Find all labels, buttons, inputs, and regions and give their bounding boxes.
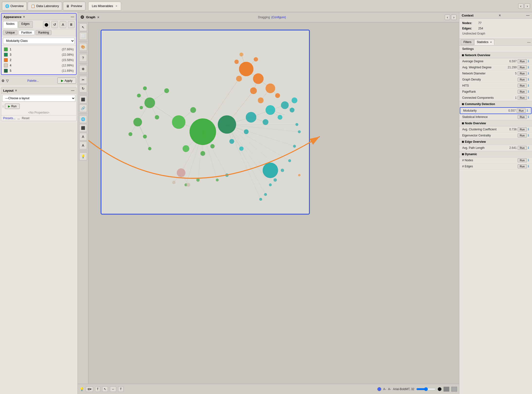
apply-button[interactable]: ▶ Apply bbox=[57, 78, 76, 84]
dynamic-nodes-info[interactable]: ℹ bbox=[528, 158, 529, 162]
graph-density-info[interactable]: ℹ bbox=[528, 78, 529, 81]
node-tool[interactable]: ⬛ bbox=[79, 96, 87, 103]
layout-close[interactable]: × bbox=[15, 89, 17, 92]
text-btn[interactable]: T bbox=[95, 386, 100, 392]
filter-icon[interactable]: ⚙ bbox=[1, 79, 5, 83]
font-size-tool[interactable]: A bbox=[79, 133, 87, 141]
appearance-close[interactable]: × bbox=[23, 15, 25, 19]
select-tool[interactable]: ↖ bbox=[79, 23, 87, 31]
edges-tab[interactable]: Edges bbox=[18, 21, 33, 28]
avg-path-run[interactable]: Run bbox=[518, 146, 527, 150]
community-toggle[interactable]: ▣ bbox=[462, 103, 464, 105]
layout-dropdown[interactable]: ---Choose a layout bbox=[2, 95, 75, 102]
eigenvector-run[interactable]: Run bbox=[518, 134, 527, 137]
partition-tab[interactable]: Partition bbox=[18, 30, 35, 35]
tab-preview[interactable]: 🖥 Preview bbox=[63, 2, 85, 10]
select-rect-tool[interactable]: ⬜ bbox=[79, 32, 87, 40]
nav-next[interactable]: › bbox=[524, 3, 530, 9]
network-diameter-info[interactable]: ℹ bbox=[528, 72, 529, 75]
document-tab[interactable]: Les Miserables × bbox=[88, 2, 121, 10]
text2-btn[interactable]: T bbox=[118, 386, 123, 392]
avg-degree-run[interactable]: Run bbox=[518, 59, 527, 63]
bulb-bottom-icon[interactable]: 💡 bbox=[80, 387, 84, 391]
modularity-class-dropdown[interactable]: Modularity Class bbox=[3, 38, 75, 44]
funnel-icon[interactable]: ▽ bbox=[6, 79, 9, 83]
graph-density-run[interactable]: Run bbox=[518, 78, 527, 81]
magnet-tool[interactable]: ⊕ bbox=[79, 65, 87, 73]
font-tool-2[interactable]: A bbox=[79, 142, 87, 149]
layout-minimize[interactable]: — bbox=[71, 89, 74, 92]
network-diameter-run[interactable]: Run bbox=[518, 72, 527, 75]
community-detection-section: ▣ Community Detection bbox=[459, 101, 532, 107]
bulb-tool[interactable]: 💡 bbox=[79, 152, 87, 160]
layout-run-button[interactable]: ▶ Run bbox=[5, 104, 20, 109]
connected-components-info[interactable]: ℹ bbox=[528, 96, 529, 99]
modularity-info[interactable]: ℹ bbox=[527, 109, 528, 112]
paint-tool[interactable]: 🎨 bbox=[79, 43, 87, 51]
color-wheel-btn[interactable]: ⬤ bbox=[43, 21, 50, 28]
layout-icon-btn[interactable]: ⊞▾ bbox=[86, 386, 93, 392]
context-close[interactable]: × bbox=[499, 13, 501, 17]
unique-tab[interactable]: Unique bbox=[3, 30, 18, 35]
filters-tab[interactable]: Filters bbox=[461, 39, 474, 45]
avg-clustering-info[interactable]: ℹ bbox=[528, 127, 529, 131]
pagerank-info[interactable]: ℹ bbox=[528, 90, 529, 93]
modularity-run[interactable]: Run bbox=[517, 109, 526, 113]
tab-data-laboratory[interactable]: 📋 Data Laboratory bbox=[28, 2, 62, 10]
dynamic-toggle[interactable]: ▣ bbox=[462, 153, 464, 155]
dynamic-nodes-run[interactable]: Run bbox=[518, 158, 527, 162]
svg-point-87 bbox=[290, 107, 294, 112]
font-btn[interactable]: A bbox=[60, 21, 66, 28]
avg-weighted-info[interactable]: ℹ bbox=[528, 65, 529, 69]
configure-link[interactable]: (Configure) bbox=[271, 16, 286, 19]
ranking-tab[interactable]: Ranking bbox=[35, 30, 52, 35]
reset-link[interactable]: Reset bbox=[22, 116, 29, 120]
tab-overview[interactable]: 🌐 Overview bbox=[2, 2, 27, 10]
graph-nav-next[interactable]: › bbox=[451, 15, 457, 20]
arrow-btn[interactable]: ↖ bbox=[102, 386, 108, 392]
hits-info[interactable]: ℹ bbox=[528, 84, 529, 87]
refresh-btn[interactable]: ↺ bbox=[51, 21, 58, 28]
hits-run[interactable]: Run bbox=[518, 84, 527, 88]
layout-info-icon[interactable]: i bbox=[3, 104, 3, 108]
dynamic-edges-info[interactable]: ℹ bbox=[528, 164, 529, 168]
connected-components-run[interactable]: Run bbox=[518, 96, 527, 100]
context-minimize[interactable]: — bbox=[526, 13, 530, 17]
dynamic-edges-run[interactable]: Run bbox=[518, 164, 527, 168]
network-toggle[interactable]: ▣ bbox=[462, 54, 464, 56]
avg-path-info[interactable]: ℹ bbox=[528, 146, 529, 150]
eigenvector-info[interactable]: ℹ bbox=[528, 134, 529, 137]
nodes-tab[interactable]: Nodes bbox=[3, 21, 18, 28]
palette-link[interactable]: Palette... bbox=[27, 79, 39, 82]
node-toggle[interactable]: ▣ bbox=[462, 122, 464, 125]
avg-clustering-run[interactable]: Run bbox=[518, 127, 527, 131]
font-size-slider[interactable] bbox=[416, 387, 436, 391]
appearance-title: Appearance bbox=[3, 15, 21, 19]
screenshot-btn[interactable] bbox=[443, 387, 449, 392]
nav-prev[interactable]: ‹ bbox=[518, 3, 524, 9]
right-panel-minimize[interactable]: — bbox=[527, 40, 531, 44]
avg-weighted-run[interactable]: Run bbox=[518, 65, 527, 69]
edge-tool[interactable]: 🔗 bbox=[79, 104, 87, 112]
move-btn[interactable]: ↔ bbox=[110, 386, 116, 392]
avg-degree-info[interactable]: ℹ bbox=[528, 59, 529, 63]
rotate-tool[interactable]: ↻ bbox=[79, 85, 87, 92]
statistical-inference-run[interactable]: Run bbox=[518, 115, 527, 119]
pagerank-run[interactable]: Run bbox=[518, 90, 527, 94]
statistical-inference-info[interactable]: ℹ bbox=[528, 115, 529, 119]
lasso-tool[interactable]: ✂ bbox=[79, 76, 87, 84]
graph-nav-prev[interactable]: ‹ bbox=[445, 15, 450, 20]
graph-close[interactable]: × bbox=[97, 15, 99, 19]
document-tab-close[interactable]: × bbox=[115, 4, 117, 8]
presets-link[interactable]: Presets... bbox=[3, 116, 16, 120]
statistics-tab[interactable]: Statistics × bbox=[474, 39, 495, 45]
globe-tool[interactable]: 🌐 bbox=[79, 115, 87, 123]
edge-toggle[interactable]: ▣ bbox=[462, 140, 464, 143]
zoom-in[interactable]: ⬛ bbox=[79, 124, 87, 132]
statistics-tab-close[interactable]: × bbox=[490, 41, 492, 44]
dynamic-nodes-row: # Nodes Run ℹ bbox=[459, 157, 532, 163]
size-btn[interactable]: Ⅲ bbox=[68, 21, 75, 28]
appearance-minimize[interactable]: — bbox=[71, 15, 74, 19]
export-btn[interactable] bbox=[451, 387, 457, 392]
question-tool[interactable]: ? bbox=[79, 54, 87, 62]
